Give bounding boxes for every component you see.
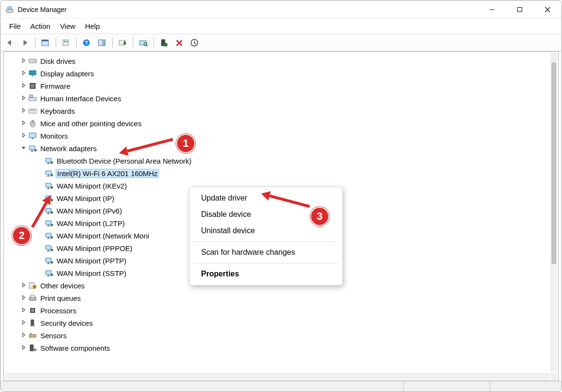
device-category[interactable]: Sensors bbox=[5, 329, 549, 342]
tree-label: Firmware bbox=[39, 82, 72, 90]
device-category[interactable]: Software components bbox=[5, 342, 549, 354]
hid-icon bbox=[28, 94, 37, 103]
chevron-right-icon[interactable] bbox=[19, 332, 28, 339]
toolbar-separator bbox=[56, 37, 56, 48]
tree-label: Network adapters bbox=[39, 144, 98, 153]
chevron-right-icon[interactable] bbox=[19, 282, 28, 289]
chevron-right-icon[interactable] bbox=[19, 83, 28, 89]
nav-back-icon[interactable] bbox=[2, 36, 17, 49]
context-item-disable-device[interactable]: Disable device bbox=[190, 206, 342, 223]
help-icon[interactable]: ? bbox=[80, 36, 94, 49]
svg-rect-35 bbox=[33, 110, 34, 111]
tree-label: WAN Miniport (PPTP) bbox=[56, 257, 127, 265]
context-menu[interactable]: Update driverDisable deviceUninstall dev… bbox=[189, 187, 343, 285]
device-category[interactable]: Network adapters bbox=[5, 142, 549, 154]
menu-help[interactable]: Help bbox=[80, 20, 105, 32]
svg-point-48 bbox=[51, 162, 53, 164]
mouse-icon bbox=[28, 119, 37, 128]
chevron-right-icon[interactable] bbox=[19, 107, 28, 114]
svg-point-76 bbox=[51, 249, 53, 251]
svg-rect-3 bbox=[518, 7, 522, 12]
context-item-scan-for-hardware-changes[interactable]: Scan for hardware changes bbox=[190, 244, 342, 261]
chevron-right-icon[interactable] bbox=[19, 320, 28, 326]
chevron-down-icon[interactable] bbox=[19, 145, 28, 152]
svg-rect-82 bbox=[48, 275, 49, 276]
menu-view[interactable]: View bbox=[55, 20, 80, 32]
uninstall-icon[interactable] bbox=[188, 36, 202, 49]
device-category[interactable]: Processors bbox=[5, 304, 549, 317]
maximize-button[interactable] bbox=[506, 0, 534, 18]
chevron-right-icon[interactable] bbox=[19, 295, 28, 301]
svg-rect-57 bbox=[46, 196, 51, 200]
monitor-icon bbox=[28, 131, 37, 140]
svg-rect-93 bbox=[30, 325, 35, 326]
context-item-uninstall-device[interactable]: Uninstall device bbox=[190, 223, 342, 239]
disable-icon[interactable] bbox=[172, 36, 187, 49]
menu-file[interactable]: File bbox=[4, 20, 25, 32]
device-item[interactable]: Bluetooth Device (Personal Area Network) bbox=[5, 154, 549, 167]
tree-label: Other devices bbox=[39, 282, 86, 290]
device-item[interactable]: Intel(R) Wi-Fi 6 AX201 160MHz bbox=[5, 167, 549, 179]
scan-hardware-icon[interactable] bbox=[136, 36, 151, 49]
horizontal-scrollbar[interactable] bbox=[5, 373, 550, 380]
network-icon bbox=[44, 206, 54, 215]
enable-icon[interactable] bbox=[157, 36, 171, 49]
device-category[interactable]: Security devices bbox=[5, 317, 549, 329]
svg-text:?: ? bbox=[34, 285, 36, 289]
security-icon bbox=[28, 319, 37, 327]
svg-point-56 bbox=[51, 187, 53, 189]
show-hidden-icon[interactable] bbox=[38, 36, 53, 49]
svg-rect-36 bbox=[34, 110, 35, 111]
network-icon bbox=[28, 144, 37, 153]
titlebar: Device Manager bbox=[0, 0, 562, 19]
device-category[interactable]: Mice and other pointing devices bbox=[5, 117, 549, 130]
svg-rect-65 bbox=[46, 221, 51, 225]
device-category[interactable]: Keyboards bbox=[5, 105, 549, 117]
network-icon bbox=[44, 231, 54, 240]
chevron-right-icon[interactable] bbox=[19, 307, 28, 314]
svg-rect-8 bbox=[63, 40, 69, 46]
svg-rect-95 bbox=[30, 333, 32, 334]
properties-pane-icon[interactable] bbox=[95, 36, 109, 49]
minimize-button[interactable] bbox=[478, 0, 506, 18]
svg-rect-34 bbox=[31, 110, 32, 111]
svg-rect-67 bbox=[47, 226, 50, 226]
svg-rect-39 bbox=[29, 133, 36, 138]
chevron-right-icon[interactable] bbox=[19, 58, 28, 64]
device-category[interactable]: Firmware bbox=[5, 80, 549, 92]
close-button[interactable] bbox=[534, 0, 562, 18]
scroll-thumb[interactable] bbox=[551, 62, 556, 264]
device-category[interactable]: Disk drives bbox=[5, 55, 549, 67]
menu-action[interactable]: Action bbox=[25, 20, 55, 32]
svg-rect-43 bbox=[30, 151, 34, 152]
chevron-right-icon[interactable] bbox=[19, 70, 28, 77]
svg-rect-91 bbox=[31, 309, 34, 312]
svg-rect-9 bbox=[64, 41, 65, 42]
svg-point-25 bbox=[35, 60, 36, 61]
context-item-update-driver[interactable]: Update driver bbox=[190, 190, 342, 206]
tree-label: Display adapters bbox=[39, 70, 95, 78]
svg-rect-94 bbox=[29, 334, 36, 337]
svg-rect-74 bbox=[48, 250, 49, 251]
chevron-right-icon[interactable] bbox=[19, 132, 28, 139]
vertical-scrollbar[interactable] bbox=[550, 53, 557, 372]
device-category[interactable]: Print queues bbox=[5, 292, 549, 304]
svg-rect-51 bbox=[47, 176, 50, 177]
svg-rect-89 bbox=[31, 295, 35, 297]
chevron-right-icon[interactable] bbox=[19, 344, 28, 351]
update-driver-icon[interactable] bbox=[116, 36, 130, 49]
scroll-corner bbox=[550, 373, 557, 380]
chevron-right-icon[interactable] bbox=[19, 120, 28, 127]
device-category[interactable]: Display adapters bbox=[5, 67, 549, 80]
chevron-right-icon[interactable] bbox=[19, 95, 28, 102]
svg-rect-30 bbox=[29, 97, 36, 101]
network-icon bbox=[44, 156, 54, 165]
svg-point-20 bbox=[164, 43, 167, 47]
nav-forward-icon[interactable] bbox=[18, 36, 32, 49]
toolbar: ? bbox=[0, 34, 562, 51]
context-item-properties[interactable]: Properties bbox=[190, 266, 342, 282]
device-category[interactable]: Human Interface Devices bbox=[5, 92, 549, 105]
device-category[interactable]: Monitors bbox=[5, 130, 549, 142]
categories-icon[interactable] bbox=[59, 36, 73, 49]
tree-label: WAN Miniport (IP) bbox=[56, 194, 115, 202]
